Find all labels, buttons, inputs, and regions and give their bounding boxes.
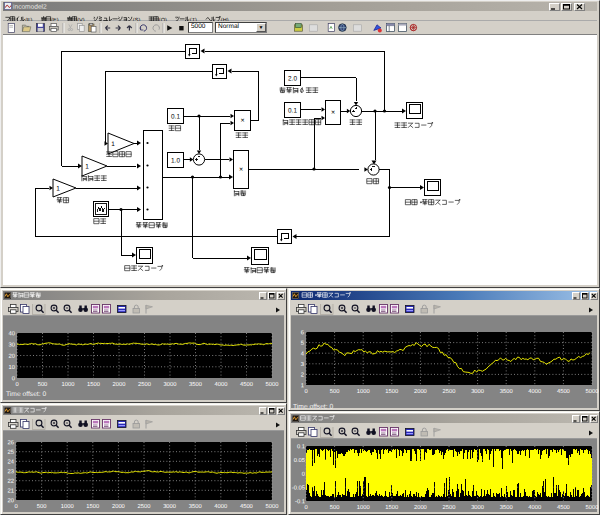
svg-text:4000: 4000 <box>528 388 541 395</box>
svg-text:1500: 1500 <box>87 381 100 388</box>
svg-text:1000: 1000 <box>62 381 75 388</box>
svg-text:4000: 4000 <box>214 503 227 510</box>
svg-text:0.1: 0.1 <box>297 443 305 450</box>
svg-text:6: 6 <box>301 329 304 336</box>
svg-text:4500: 4500 <box>557 504 570 511</box>
svg-text:0.05: 0.05 <box>294 457 305 464</box>
svg-text:0: 0 <box>302 471 305 478</box>
svg-text:0.1: 0.1 <box>171 113 180 120</box>
svg-text:22: 22 <box>8 478 14 485</box>
svg-text:0: 0 <box>304 388 307 395</box>
svg-text:10: 10 <box>9 364 15 371</box>
svg-text:4500: 4500 <box>240 381 253 388</box>
svg-text:24: 24 <box>8 459 15 466</box>
svg-text:3000: 3000 <box>471 388 484 395</box>
svg-text:25: 25 <box>8 449 14 456</box>
svg-text:1500: 1500 <box>385 504 398 511</box>
svg-text:-0.05: -0.05 <box>292 484 305 491</box>
svg-text:3500: 3500 <box>500 388 513 395</box>
svg-text:4000: 4000 <box>528 504 541 511</box>
svg-text:20: 20 <box>8 497 14 504</box>
svg-text:1.0: 1.0 <box>171 157 180 164</box>
svg-text:3500: 3500 <box>189 381 202 388</box>
svg-text:1: 1 <box>85 164 89 171</box>
svg-text:2000: 2000 <box>414 504 427 511</box>
svg-text:5000: 5000 <box>266 503 279 510</box>
svg-text:2: 2 <box>301 372 304 379</box>
svg-text:2500: 2500 <box>443 504 456 511</box>
svg-text:26: 26 <box>8 439 14 446</box>
svg-text:0: 0 <box>14 503 17 510</box>
svg-text:×: × <box>239 167 243 174</box>
svg-text:1500: 1500 <box>86 503 99 510</box>
svg-text:40: 40 <box>9 330 15 337</box>
svg-text:1000: 1000 <box>61 503 74 510</box>
svg-text:Time offset: 0: Time offset: 0 <box>293 404 333 410</box>
svg-text:0: 0 <box>12 375 15 382</box>
svg-text:0: 0 <box>15 381 18 388</box>
svg-text:1000: 1000 <box>357 388 370 395</box>
svg-text:3500: 3500 <box>189 503 202 510</box>
svg-text:1500: 1500 <box>385 388 398 395</box>
svg-text:-0.1: -0.1 <box>295 498 305 505</box>
svg-text:30: 30 <box>9 341 15 348</box>
svg-text:2000: 2000 <box>414 388 427 395</box>
svg-text:4500: 4500 <box>557 388 570 395</box>
svg-text:21: 21 <box>8 488 14 495</box>
svg-text:1000: 1000 <box>357 504 370 511</box>
svg-text:4000: 4000 <box>215 381 228 388</box>
svg-text:5: 5 <box>301 341 304 347</box>
svg-text:500: 500 <box>330 388 340 395</box>
svg-text:500: 500 <box>38 381 48 388</box>
svg-text:×: × <box>331 110 335 117</box>
svg-text:500: 500 <box>37 503 47 510</box>
svg-text:×: × <box>240 118 244 125</box>
svg-text:4: 4 <box>301 351 305 357</box>
svg-text:2500: 2500 <box>138 503 151 510</box>
svg-text:1: 1 <box>111 141 115 148</box>
svg-text:3500: 3500 <box>500 504 513 511</box>
svg-text:1: 1 <box>301 383 304 389</box>
svg-text:1: 1 <box>56 186 60 193</box>
svg-text:3000: 3000 <box>164 381 177 388</box>
svg-text:2000: 2000 <box>112 503 125 510</box>
svg-text:3000: 3000 <box>471 504 484 511</box>
svg-text:23: 23 <box>8 468 14 475</box>
svg-text:0.1: 0.1 <box>288 107 297 114</box>
svg-text:3: 3 <box>301 361 304 368</box>
svg-text:2.0: 2.0 <box>288 75 297 82</box>
svg-text:3000: 3000 <box>163 503 176 510</box>
svg-text:2000: 2000 <box>113 381 126 388</box>
svg-text:500: 500 <box>330 504 340 511</box>
svg-text:2500: 2500 <box>138 381 151 388</box>
svg-text:2500: 2500 <box>443 388 456 395</box>
svg-text:5000: 5000 <box>586 504 599 511</box>
svg-text:20: 20 <box>9 353 15 360</box>
svg-text:Time offset: 0: Time offset: 0 <box>6 391 46 398</box>
svg-text:5000: 5000 <box>586 388 599 395</box>
svg-text:4500: 4500 <box>240 503 253 510</box>
svg-text:5000: 5000 <box>266 381 279 388</box>
